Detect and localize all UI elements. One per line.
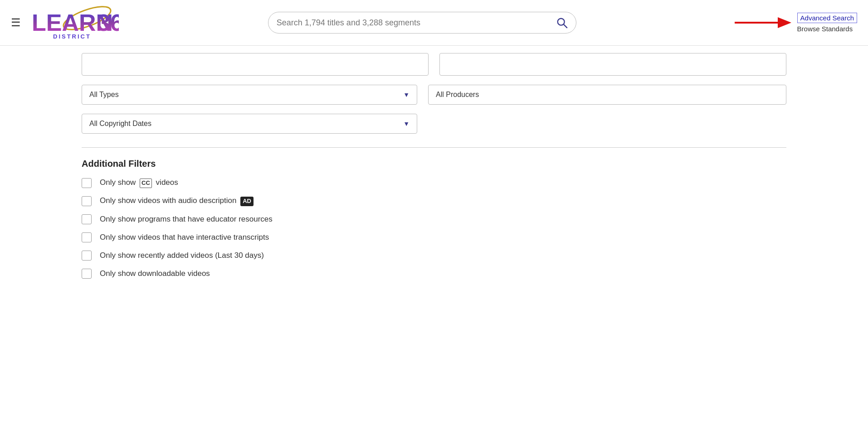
additional-filters-section: Additional Filters Only show CC videos O…: [82, 159, 786, 305]
all-copyright-dates-select[interactable]: All Copyright Dates ▼: [82, 114, 417, 134]
divider: [82, 147, 786, 148]
list-item: Only show programs that have educator re…: [82, 214, 786, 224]
filter-row-top: [82, 46, 786, 76]
all-types-dropdown-arrow: ▼: [403, 91, 410, 98]
all-producers-label: All Producers: [436, 91, 479, 99]
svg-marker-7: [778, 17, 791, 28]
all-copyright-dates-dropdown-arrow: ▼: [403, 120, 410, 127]
search-icon: [556, 17, 568, 29]
cc-badge: CC: [140, 179, 152, 188]
additional-filters-title: Additional Filters: [82, 159, 786, 169]
search-input[interactable]: [277, 18, 552, 28]
list-item: Only show videos that have interactive t…: [82, 232, 786, 242]
filter-partial-left[interactable]: [82, 53, 429, 76]
interactive-transcripts-checkbox[interactable]: [82, 232, 92, 242]
educator-resources-checkbox[interactable]: [82, 214, 92, 224]
ad-badge: AD: [240, 197, 254, 206]
advanced-search-link[interactable]: Advanced Search: [797, 13, 857, 23]
cc-videos-label: Only show CC videos: [100, 178, 178, 188]
all-producers-select[interactable]: All Producers: [428, 85, 786, 105]
downloadable-checkbox[interactable]: [82, 269, 92, 279]
interactive-transcripts-label: Only show videos that have interactive t…: [100, 233, 269, 242]
search-bar: [268, 12, 576, 34]
browse-standards-link[interactable]: Browse Standards: [797, 25, 853, 33]
list-item: Only show CC videos: [82, 178, 786, 188]
educator-resources-label: Only show programs that have educator re…: [100, 215, 273, 224]
main-content: All Types ▼ All Producers All Copyright …: [0, 46, 868, 305]
recently-added-label: Only show recently added videos (Last 30…: [100, 251, 264, 260]
recently-added-checkbox[interactable]: [82, 251, 92, 261]
all-copyright-dates-label: All Copyright Dates: [89, 120, 151, 128]
svg-text:DISTRICT: DISTRICT: [53, 33, 91, 40]
header-links: Advanced Search Browse Standards: [797, 13, 857, 33]
list-item: Only show recently added videos (Last 30…: [82, 251, 786, 261]
filter-partial-right[interactable]: [439, 53, 786, 76]
svg-point-4: [557, 19, 564, 25]
audio-desc-checkbox[interactable]: [82, 196, 92, 206]
hamburger-button[interactable]: ☰: [11, 16, 21, 29]
search-button[interactable]: [552, 17, 568, 29]
header: ☰ LEARN 360 DISTRICT: [0, 0, 868, 46]
logo-container: LEARN 360 DISTRICT: [28, 5, 119, 41]
all-types-select[interactable]: All Types ▼: [82, 85, 417, 105]
filter-row-types-producers: All Types ▼ All Producers: [82, 76, 786, 105]
audio-desc-label: Only show videos with audio description …: [100, 196, 255, 206]
red-arrow-annotation: [735, 13, 794, 33]
all-types-label: All Types: [89, 91, 119, 99]
list-item: Only show downloadable videos: [82, 269, 786, 279]
search-area: [119, 12, 726, 34]
svg-line-5: [564, 24, 567, 28]
downloadable-label: Only show downloadable videos: [100, 269, 210, 278]
annotation-area: Advanced Search Browse Standards: [735, 13, 857, 33]
filter-row-copyright: All Copyright Dates ▼: [82, 105, 786, 134]
list-item: Only show videos with audio description …: [82, 196, 786, 206]
logo-svg: LEARN 360 DISTRICT: [28, 5, 119, 41]
svg-text:360: 360: [97, 10, 119, 36]
cc-videos-checkbox[interactable]: [82, 178, 92, 188]
